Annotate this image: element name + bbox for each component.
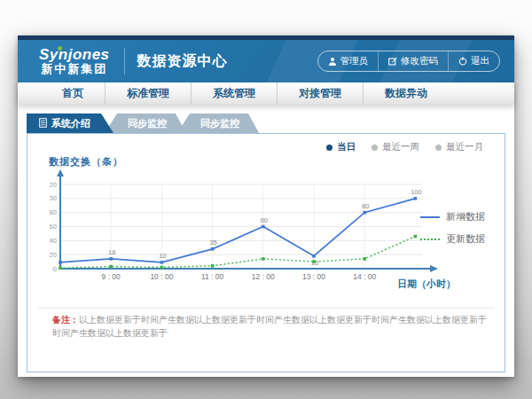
dotted-line-icon — [420, 239, 440, 240]
tab-system-intro-label: 系统介绍 — [51, 117, 90, 130]
filter-today[interactable]: 当日 — [326, 141, 356, 153]
svg-text:60: 60 — [261, 216, 268, 224]
legend-item-updated-data: 更新数据 — [420, 232, 485, 246]
solid-line-icon — [420, 216, 440, 218]
logout-button[interactable]: 退出 — [448, 51, 499, 71]
admin-button-label: 管理员 — [340, 55, 369, 67]
document-icon — [39, 118, 47, 129]
filter-last-month[interactable]: 最近一月 — [435, 141, 483, 153]
svg-text:18: 18 — [108, 248, 115, 256]
change-password-button-label: 修改密码 — [401, 55, 438, 67]
tab-system-intro[interactable]: 系统介绍 — [27, 113, 113, 133]
nav-item-system-mgmt[interactable]: 系统管理 — [191, 82, 277, 105]
chart-y-axis-title: 数据交换（条） — [49, 155, 123, 168]
svg-text:20: 20 — [50, 251, 58, 259]
brand-logo-cn: 新中新集团 — [39, 63, 110, 75]
brand-logo: Synjones 新中新集团 — [39, 47, 110, 74]
filter-last-month-label: 最近一月 — [446, 141, 483, 153]
legend-item-new-data-label: 新增数据 — [446, 210, 485, 223]
radio-dot-icon — [435, 145, 442, 151]
tab-bar: 系统介绍 同步监控 同步监控 — [27, 113, 259, 133]
svg-text:40: 40 — [50, 237, 58, 245]
svg-text:35: 35 — [209, 239, 216, 246]
svg-text:0: 0 — [53, 265, 58, 273]
footer-note: 备注：以上数据更新于时间产生数据以上数据更新于时间产生数据以上数据更新于时间产生… — [52, 313, 490, 340]
edit-icon — [388, 57, 397, 66]
range-filter-group: 当日 最近一周 最近一月 — [326, 141, 483, 153]
radio-dot-icon — [372, 145, 378, 151]
filter-last-week[interactable]: 最近一周 — [372, 141, 419, 153]
note-text: 以上数据更新于时间产生数据以上数据更新于时间产生数据以上数据更新于时间产生数据以… — [52, 315, 487, 338]
note-label: 备注： — [52, 315, 79, 325]
content-panel: 当日 最近一周 最近一月 数据交换（条） 0204060801001209 : … — [27, 133, 505, 372]
tab-sync-monitor-2[interactable]: 同步监控 — [177, 113, 259, 133]
legend-item-new-data: 新增数据 — [420, 210, 485, 223]
tab-sync-monitor-2-label: 同步监控 — [200, 117, 239, 130]
tab-sync-monitor-1-label: 同步监控 — [128, 117, 167, 130]
filter-today-label: 当日 — [337, 141, 356, 153]
nav-item-data-change[interactable]: 数据异动 — [363, 82, 449, 105]
logout-button-label: 退出 — [471, 55, 489, 67]
nav-item-home[interactable]: 首页 — [41, 82, 105, 105]
svg-text:11 : 00: 11 : 00 — [201, 272, 224, 281]
svg-text:60: 60 — [50, 223, 58, 231]
svg-text:80: 80 — [362, 202, 369, 210]
svg-text:10 : 00: 10 : 00 — [150, 272, 173, 281]
power-icon — [458, 57, 467, 66]
legend-item-updated-data-label: 更新数据 — [446, 232, 485, 246]
admin-button[interactable]: 管理员 — [318, 51, 379, 71]
page-background: { "brand": { "logo_en": "Synjones", "log… — [0, 0, 532, 399]
radio-dot-icon — [326, 145, 332, 151]
line-chart: 0204060801001209 : 0010 : 0011 : 0012 : … — [50, 169, 444, 293]
brand-logo-en: Synjones — [39, 47, 110, 63]
tab-sync-monitor-1[interactable]: 同步监控 — [105, 113, 186, 133]
svg-text:80: 80 — [50, 208, 58, 216]
page-title: 数据资源中心 — [137, 52, 228, 71]
note-divider — [38, 308, 494, 309]
svg-text:100: 100 — [50, 194, 58, 202]
svg-text:9 : 00: 9 : 00 — [102, 272, 121, 281]
main-nav: 首页 标准管理 系统管理 对接管理 数据异动 — [18, 82, 514, 105]
app-window: Synjones 新中新集团 数据资源中心 管理员 修改密码 — [18, 35, 514, 377]
svg-text:14 : 00: 14 : 00 — [353, 272, 376, 281]
filter-last-week-label: 最近一周 — [382, 141, 419, 153]
app-header: Synjones 新中新集团 数据资源中心 管理员 修改密码 — [18, 40, 514, 82]
chart-legend: 新增数据 更新数据 — [420, 210, 485, 246]
svg-text:100: 100 — [411, 188, 422, 196]
header-divider — [124, 48, 125, 74]
user-toolbar: 管理员 修改密码 退出 — [317, 51, 501, 72]
nav-item-standard-mgmt[interactable]: 标准管理 — [105, 82, 191, 105]
svg-text:120: 120 — [50, 181, 58, 189]
svg-text:13 : 00: 13 : 00 — [302, 272, 325, 281]
chart-x-axis-title: 日期（小时） — [397, 278, 456, 291]
nav-item-interface-mgmt[interactable]: 对接管理 — [277, 82, 363, 105]
svg-text:12 : 00: 12 : 00 — [252, 272, 275, 281]
svg-text:10: 10 — [159, 252, 166, 260]
user-icon — [328, 57, 337, 66]
change-password-button[interactable]: 修改密码 — [378, 51, 448, 71]
